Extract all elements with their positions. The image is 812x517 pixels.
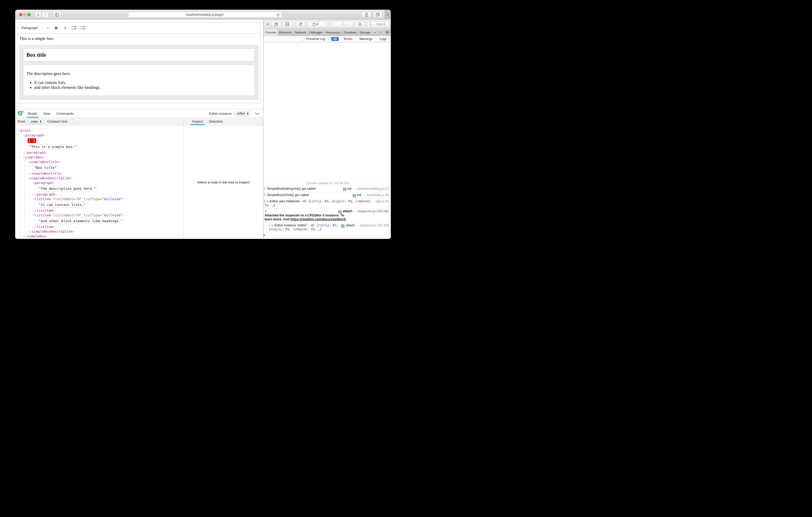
collapse-inspector-icon[interactable] xyxy=(254,112,260,115)
tab-storage[interactable]: Storage xyxy=(358,29,372,35)
activity-summary[interactable]: 4 0 0 xyxy=(307,22,353,27)
search-input[interactable]: Search xyxy=(367,22,389,27)
paragraph-format-dropdown[interactable]: Paragraph xyxy=(19,24,51,32)
console-link[interactable]: https://ckeditor.com/docs/ckeditor5 xyxy=(290,217,345,221)
element-picker-button[interactable] xyxy=(355,22,365,27)
detach-button[interactable] xyxy=(271,22,281,27)
disclosure-collapsed-icon[interactable]: ▶ xyxy=(267,200,269,203)
console-message[interactable]: fattach — inspector.js:133:326▶Editor in… xyxy=(263,222,391,232)
share-button[interactable] xyxy=(362,12,371,18)
selection-marker[interactable]: [ ] xyxy=(28,138,36,143)
source-location-link[interactable]: inspector.js:133:182 xyxy=(357,209,389,213)
tree-opening-tag[interactable]: <simpleBoxTitle> xyxy=(28,160,183,164)
tree-closing-tag[interactable]: </$root> xyxy=(18,239,183,239)
tab-overview-button[interactable] xyxy=(373,12,382,18)
tree-text-node[interactable]: "and other block elements like headings.… xyxy=(37,218,124,224)
description-list: It can contain lists, and other block el… xyxy=(26,80,251,90)
model-tree[interactable]: <$root><paragraph>[ ]"This is a simple b… xyxy=(15,125,184,239)
close-window-button[interactable] xyxy=(19,13,22,16)
chevron-left-icon xyxy=(37,13,39,16)
tree-opening-tag[interactable]: <paragraph> xyxy=(23,133,183,138)
tab-view[interactable]: View xyxy=(41,109,52,118)
tab-inspect[interactable]: Inspect xyxy=(191,118,205,125)
sidebar-toggle-button[interactable] xyxy=(53,12,61,18)
tree-closing-tag[interactable]: </simpleBox> xyxy=(23,234,183,239)
bulleted-list-button[interactable] xyxy=(79,24,87,32)
source-location-link[interactable]: essentials.js:35 xyxy=(367,193,389,197)
tree-opening-tag[interactable]: <simpleBox> xyxy=(23,155,183,160)
devtools-toolbar: ✕ 4 0 xyxy=(263,20,391,29)
tab-timelines[interactable]: Timelines xyxy=(342,29,358,35)
more-tabs-button[interactable]: » xyxy=(372,29,378,35)
zoom-window-button[interactable] xyxy=(27,13,31,16)
console-message[interactable]: finit — essentials.js:35SimpleBoxUI#init… xyxy=(263,192,391,199)
message-source: fattach — inspector.js:133:326 xyxy=(341,223,389,227)
filter-warnings[interactable]: Warnings xyxy=(357,37,375,41)
editor-paragraph[interactable]: This is a simple box: xyxy=(19,36,258,41)
tree-closing-tag[interactable]: </listItem> xyxy=(32,208,183,213)
source-location-link[interactable]: inspector.js:133:326 xyxy=(360,223,389,227)
address-bar[interactable]: localhost/creating-a-plugin/ xyxy=(128,12,282,18)
tab-commands[interactable]: Commands xyxy=(55,109,75,118)
add-tab-button[interactable]: + xyxy=(378,29,384,35)
tree-text-node[interactable]: "Box title" xyxy=(32,165,58,171)
console-prompt[interactable] xyxy=(263,232,391,239)
close-devtools-button[interactable]: ✕ xyxy=(266,22,269,26)
numbered-list-button[interactable]: 12 xyxy=(70,24,78,32)
tree-closing-tag[interactable]: </paragraph> xyxy=(32,192,183,197)
settings-tab-button[interactable] xyxy=(384,29,391,35)
bold-button[interactable]: B xyxy=(52,24,60,32)
tree-opening-tag[interactable]: <paragraph> xyxy=(32,181,183,185)
minimize-window-button[interactable] xyxy=(23,13,26,16)
simple-box-widget[interactable]: Box title The description goes here. It … xyxy=(19,45,258,99)
console-message[interactable]: fattach — inspector.js:133:182▼Attached … xyxy=(263,208,391,222)
log-type-icon xyxy=(264,193,265,196)
disclosure-collapsed-icon[interactable]: ▶ xyxy=(271,224,273,226)
tab-console[interactable]: Console xyxy=(263,29,278,35)
tree-closing-tag[interactable]: </paragraph> xyxy=(23,150,183,155)
source-location-link[interactable]: app.js:31 xyxy=(375,200,389,203)
tree-text-node[interactable]: "The description goes here." xyxy=(37,186,97,191)
filter-logs[interactable]: Logs xyxy=(377,37,388,41)
tree-opening-tag[interactable]: <simpleBoxDescription> xyxy=(28,176,183,181)
source-location-link[interactable]: simpleboxediting.js:12 xyxy=(356,187,389,190)
list-item[interactable]: It can contain lists, xyxy=(34,80,251,85)
console-messages: finit — simpleboxediting.js:12SimpleBoxE… xyxy=(263,186,391,232)
tree-opening-tag[interactable]: <listItem listIndent="0" listType="bulle… xyxy=(32,197,183,202)
editor-editable-area[interactable]: This is a simple box: Box title The desc… xyxy=(17,33,260,99)
back-button[interactable] xyxy=(35,12,41,18)
tab-model[interactable]: Model xyxy=(26,109,38,118)
tree-closing-tag[interactable]: </simpleBoxTitle> xyxy=(28,171,183,176)
reload-page-button[interactable] xyxy=(296,22,305,27)
simple-box-title[interactable]: Box title xyxy=(23,48,255,61)
tree-closing-tag[interactable]: </simpleBoxDescription> xyxy=(28,229,183,234)
tab-selection[interactable]: Selection xyxy=(207,118,224,125)
tree-closing-tag[interactable]: </listItem> xyxy=(32,224,183,229)
editor-instance-select[interactable]: editor xyxy=(234,111,250,116)
list-item[interactable]: and other block elements like headings. xyxy=(34,85,251,90)
preserve-log-checkbox[interactable] xyxy=(301,37,305,40)
disclosure-expanded-icon[interactable]: ▼ xyxy=(264,210,267,213)
forward-button[interactable] xyxy=(42,12,49,18)
tab-resources[interactable]: Resources xyxy=(324,29,342,35)
root-select[interactable]: main xyxy=(28,119,43,124)
reload-button[interactable] xyxy=(276,13,280,18)
simple-box-description[interactable]: The description goes here. It can contai… xyxy=(23,65,255,96)
console-message[interactable]: app.js:31▶Editor was initialized – Hl {c… xyxy=(263,199,391,208)
compact-text-checkbox[interactable] xyxy=(70,120,74,123)
tab-elements[interactable]: Elements xyxy=(278,29,294,35)
tab-network[interactable]: Network xyxy=(293,29,308,35)
tree-text-node[interactable]: "This is a simple box:" xyxy=(28,144,78,150)
filter-errors[interactable]: Errors xyxy=(342,37,354,41)
console-pane[interactable]: Console cleared at 2:02:58 PM finit — si… xyxy=(263,42,391,239)
filter-all[interactable]: All xyxy=(331,37,339,41)
tree-text-node[interactable]: "It can contain lists," xyxy=(37,202,87,208)
tab-debugger[interactable]: Debugger xyxy=(308,29,324,35)
new-tab-button[interactable]: + xyxy=(384,10,391,20)
dock-side-button[interactable] xyxy=(283,22,292,27)
tree-opening-tag[interactable]: <$root> xyxy=(18,128,183,133)
console-message[interactable]: finit — simpleboxediting.js:12SimpleBoxE… xyxy=(263,186,391,192)
italic-button[interactable]: I xyxy=(61,24,69,32)
tree-opening-tag[interactable]: <listItem listIndent="0" listType="bulle… xyxy=(32,213,183,218)
description-paragraph[interactable]: The description goes here. xyxy=(26,71,251,76)
